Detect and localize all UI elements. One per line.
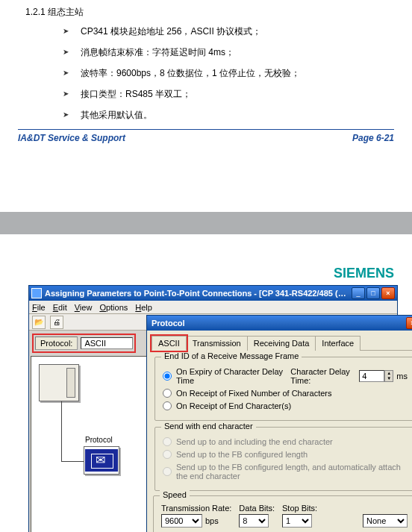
open-icon[interactable]: 📂 (32, 316, 46, 329)
list-item: 波特率：9600bps，8 位数据位，1 位停止位，无校验； (63, 66, 394, 80)
minimize-button[interactable]: _ (352, 287, 365, 299)
app-icon (31, 288, 42, 298)
list-item: 接口类型：RS485 半双工； (63, 87, 394, 101)
tab-ascii[interactable]: ASCII (152, 336, 187, 351)
page-divider (0, 212, 412, 234)
dialog-title: Protocol (152, 319, 185, 328)
protocol-selector-highlight: Protocol: (32, 334, 136, 353)
sendend-group: Send with end character Send up to and i… (154, 427, 412, 491)
rack-icon[interactable] (39, 364, 79, 401)
stopbits-label: Stop Bits: (282, 504, 317, 513)
menu-help[interactable]: Help (135, 303, 152, 312)
radio-send-fblen-attach-label: Send up to the FB configured length, and… (176, 463, 408, 481)
menu-view[interactable]: View (75, 303, 93, 312)
radio-send-fblen (163, 450, 172, 459)
radio-fixednum-label: On Receipt of Fixed Number of Characters (176, 389, 331, 398)
list-item: 其他采用默认值。 (63, 108, 394, 122)
endid-group: End ID of a Receive Message Frame On Exp… (154, 357, 412, 421)
dialog-close-button[interactable]: × (406, 317, 412, 329)
bullet-list: CP341 模块起始地址 256，ASCII 协议模式； 消息帧结束标准：字符延… (63, 25, 394, 122)
chardelay-unit: ms (396, 372, 408, 381)
siemens-logo: SIEMENS (334, 266, 394, 281)
footer-left: IA&DT Service & Support (18, 133, 125, 143)
close-button[interactable]: × (381, 287, 395, 299)
tab-strip: ASCII Transmission Receiving Data Interf… (152, 335, 412, 351)
protocol-label: Protocol: (35, 337, 78, 350)
menu-bar[interactable]: File Edit View Options Help (29, 301, 397, 314)
chardelay-label: Character Delay Time: (290, 367, 356, 385)
speed-legend: Speed (160, 490, 190, 499)
list-item: 消息帧结束标准：字符延迟时间 4ms； (63, 46, 394, 59)
speed-group-highlight: Speed Transmission Rate: 9600 bps Data B… (153, 495, 412, 532)
radio-chardelay[interactable] (163, 372, 172, 381)
radio-send-endchar-label: Send up to and including the end charact… (176, 437, 333, 446)
radio-endchar[interactable] (163, 401, 172, 410)
protocol-input[interactable] (81, 337, 133, 349)
footer-right: Page 6-21 (352, 133, 394, 143)
rate-unit: bps (205, 516, 219, 525)
menu-options[interactable]: Options (99, 303, 128, 312)
databits-label: Data Bits: (239, 504, 275, 513)
stopbits-combo[interactable]: 1 (282, 514, 312, 528)
maximize-button[interactable]: □ (366, 287, 380, 299)
envelope-icon[interactable] (85, 449, 118, 472)
sendend-legend: Send with end character (161, 422, 256, 431)
tab-receiving[interactable]: Receiving Data (247, 336, 316, 351)
section-number: 1.2.1 组态主站 (25, 6, 394, 19)
window-title: Assigning Parameters to Point-To-Point C… (45, 289, 352, 298)
menu-edit[interactable]: Edit (53, 303, 67, 312)
diagram-protocol-label: Protocol (85, 436, 113, 444)
chardelay-input[interactable] (359, 370, 384, 382)
dialog-titlebar[interactable]: Protocol × (147, 316, 412, 331)
rate-label: Transmission Rate: (161, 504, 231, 513)
tab-transmission[interactable]: Transmission (186, 336, 248, 351)
radio-send-fblen-attach (163, 467, 172, 476)
radio-chardelay-label: On Expiry of Character Delay Time (176, 367, 286, 385)
radio-send-endchar (163, 437, 172, 446)
parity-combo[interactable]: None (363, 514, 408, 528)
protocol-dialog: Protocol × ASCII Transmission Receiving … (146, 315, 412, 532)
radio-send-fblen-label: Send up to the FB configured length (176, 450, 308, 459)
list-item: CP341 模块起始地址 256，ASCII 协议模式； (63, 25, 394, 38)
menu-file[interactable]: File (32, 303, 46, 312)
print-icon[interactable]: 🖨 (50, 316, 63, 329)
connector-line (61, 461, 84, 462)
titlebar[interactable]: Assigning Parameters to Point-To-Point C… (29, 286, 397, 301)
rate-combo[interactable]: 9600 (161, 514, 202, 528)
chardelay-spinner[interactable]: ▲▼ (384, 370, 393, 382)
databits-combo[interactable]: 8 (239, 514, 269, 528)
tab-interface[interactable]: Interface (315, 336, 360, 351)
connector-line (61, 401, 62, 461)
endid-legend: End ID of a Receive Message Frame (161, 351, 302, 360)
radio-endchar-label: On Receipt of End Character(s) (176, 401, 291, 410)
radio-fixednum[interactable] (163, 389, 172, 398)
